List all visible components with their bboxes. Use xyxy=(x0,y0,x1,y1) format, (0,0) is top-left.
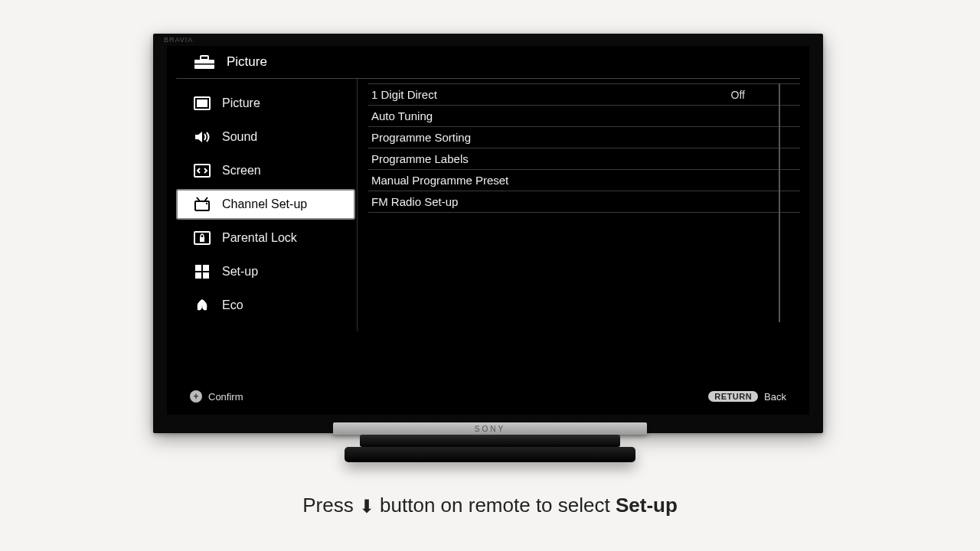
tv-stand-neck xyxy=(360,435,620,447)
svg-rect-12 xyxy=(195,272,201,279)
sidebar-item-label: Eco xyxy=(222,298,243,312)
channel-icon xyxy=(193,195,211,214)
toolbox-icon xyxy=(193,54,216,70)
option-fm-radio-setup[interactable]: FM Radio Set-up xyxy=(368,191,800,213)
settings-options-pane: 1 Digit Direct Off Auto Tuning Programme… xyxy=(358,79,800,331)
screen-icon xyxy=(193,161,211,180)
settings-header: Picture xyxy=(176,46,800,79)
sidebar-item-label: Channel Set-up xyxy=(222,197,307,211)
svg-rect-9 xyxy=(200,237,204,242)
sidebar-item-picture[interactable]: Picture xyxy=(176,88,355,119)
svg-rect-1 xyxy=(201,56,208,60)
sidebar-item-label: Set-up xyxy=(222,265,258,279)
sidebar-item-parental-lock[interactable]: Parental Lock xyxy=(176,223,355,253)
sidebar-item-sound[interactable]: Sound xyxy=(176,122,355,152)
down-arrow-icon: ⬇ xyxy=(359,497,374,516)
back-hint: RETURN Back xyxy=(708,391,786,403)
confirm-label: Confirm xyxy=(208,391,243,403)
option-label: Auto Tuning xyxy=(371,109,433,122)
sidebar-item-label: Parental Lock xyxy=(222,231,297,245)
sidebar-item-label: Picture xyxy=(222,96,260,110)
tv-stand-base xyxy=(345,447,635,462)
svg-rect-10 xyxy=(195,265,201,271)
svg-rect-13 xyxy=(203,272,209,279)
option-programme-labels[interactable]: Programme Labels xyxy=(368,148,800,170)
option-manual-programme-preset[interactable]: Manual Programme Preset xyxy=(368,170,800,191)
tv-screen-ui: Picture Picture Sound xyxy=(167,46,809,415)
svg-rect-6 xyxy=(195,201,209,210)
picture-icon xyxy=(193,94,211,112)
settings-body: Picture Sound Screen xyxy=(176,79,800,331)
tv-frame: BRAVIA Picture Picture xyxy=(153,34,823,433)
caption-middle: button on remote to select xyxy=(374,494,616,517)
confirm-hint: + Confirm xyxy=(190,390,243,403)
sidebar-item-channel-setup[interactable]: Channel Set-up xyxy=(176,189,355,220)
lock-icon xyxy=(193,229,211,247)
caption-prefix: Press xyxy=(302,494,359,517)
tv-brand-label: BRAVIA xyxy=(164,36,193,44)
dpad-center-icon: + xyxy=(190,390,202,403)
settings-header-title: Picture xyxy=(227,54,267,70)
svg-rect-4 xyxy=(197,99,207,107)
settings-footer: + Confirm RETURN Back xyxy=(190,390,786,403)
option-programme-sorting[interactable]: Programme Sorting xyxy=(368,127,800,148)
option-label: Programme Labels xyxy=(371,152,469,165)
option-label: FM Radio Set-up xyxy=(371,195,458,208)
option-label: Manual Programme Preset xyxy=(371,174,508,187)
option-label: Programme Sorting xyxy=(371,131,471,144)
caption-bold: Set-up xyxy=(616,494,678,517)
scrollbar-rail[interactable] xyxy=(779,83,780,322)
option-value: Off xyxy=(731,89,794,101)
return-icon: RETURN xyxy=(708,391,758,402)
sidebar-item-screen[interactable]: Screen xyxy=(176,155,355,186)
back-label: Back xyxy=(764,391,786,403)
sidebar-item-label: Sound xyxy=(222,130,257,144)
sidebar-item-label: Screen xyxy=(222,164,261,178)
option-label: 1 Digit Direct xyxy=(371,88,437,101)
sidebar-item-eco[interactable]: Eco xyxy=(176,290,355,321)
svg-rect-2 xyxy=(194,64,214,65)
svg-point-7 xyxy=(206,203,207,204)
sound-icon xyxy=(193,128,211,146)
tv-logo-bar: SONY xyxy=(333,422,647,435)
option-1-digit-direct[interactable]: 1 Digit Direct Off xyxy=(368,83,800,106)
setup-icon xyxy=(193,262,211,281)
sidebar-item-setup[interactable]: Set-up xyxy=(176,256,355,287)
svg-rect-11 xyxy=(203,265,209,271)
settings-sidebar: Picture Sound Screen xyxy=(176,79,358,331)
eco-icon xyxy=(193,296,211,315)
instruction-caption: Press ⬇ button on remote to select Set-u… xyxy=(0,494,980,517)
option-auto-tuning[interactable]: Auto Tuning xyxy=(368,106,800,127)
